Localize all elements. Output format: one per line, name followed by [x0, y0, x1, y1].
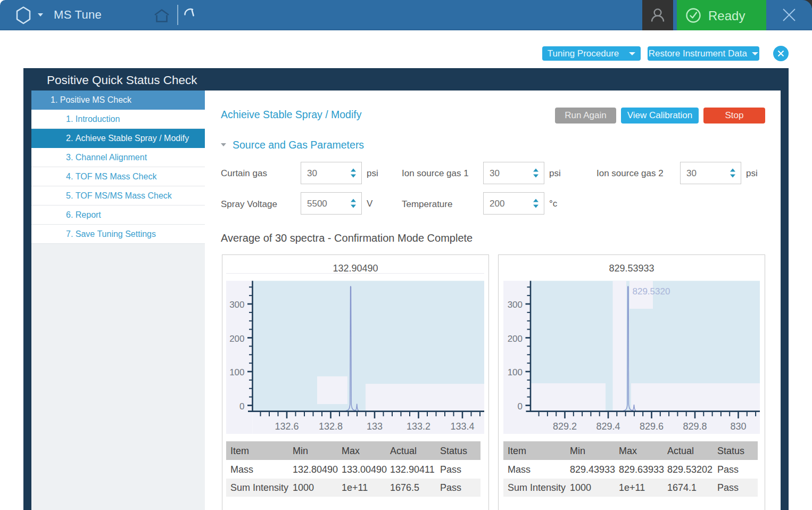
svg-text:132.8: 132.8: [319, 421, 343, 432]
svg-text:829.4: 829.4: [596, 421, 620, 432]
svg-text:829.5320: 829.5320: [633, 286, 670, 297]
svg-text:829.2: 829.2: [553, 421, 577, 432]
svg-text:829.8: 829.8: [683, 421, 707, 432]
svg-text:133.4: 133.4: [450, 421, 474, 432]
svg-text:133.2: 133.2: [407, 421, 430, 432]
svg-text:830: 830: [730, 421, 746, 432]
svg-text:133: 133: [367, 421, 383, 432]
svg-text:100: 100: [229, 367, 244, 377]
svg-text:200: 200: [229, 334, 244, 344]
svg-text:0: 0: [239, 401, 244, 412]
svg-text:300: 300: [508, 300, 523, 310]
svg-text:100: 100: [508, 367, 523, 377]
svg-text:300: 300: [229, 300, 244, 310]
svg-text:0: 0: [518, 401, 523, 412]
svg-text:829.6: 829.6: [640, 421, 664, 432]
svg-text:200: 200: [508, 334, 523, 344]
svg-text:132.6: 132.6: [275, 421, 299, 432]
